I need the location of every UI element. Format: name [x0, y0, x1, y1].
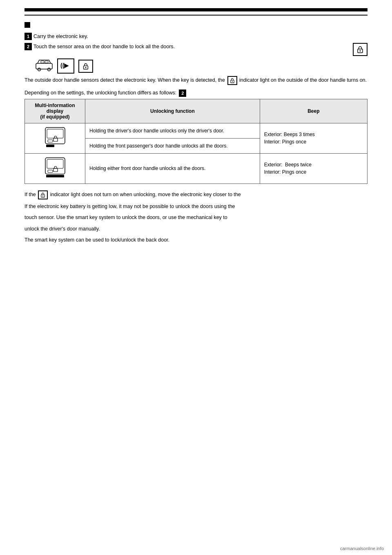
icons-row: ((▶	[35, 58, 368, 74]
svg-point-1	[360, 50, 361, 51]
car-door-svg-2	[44, 157, 67, 178]
note-paragraph-1: If the indicator light does not turn on …	[24, 190, 368, 199]
car-icon	[35, 59, 53, 73]
step-1-row: 1 Carry the electronic key.	[24, 33, 368, 40]
step-2-text: Touch the sensor area on the door handle…	[33, 43, 345, 51]
step-1-badge: 1	[24, 33, 32, 40]
svg-rect-18	[47, 159, 63, 168]
svg-point-11	[232, 81, 232, 82]
table-cell-beep-2: Exterior: Beeps twiceInterior: Pings onc…	[260, 153, 367, 184]
step3-badge: 2	[179, 90, 186, 97]
step2-continued-text: The outside door handle sensors detect t…	[24, 76, 368, 85]
thin-line	[24, 15, 368, 16]
table-cell-beep-1: Exterior: Beeps 3 timesInterior: Pings o…	[260, 123, 367, 153]
note-paragraph-2c: unlock the driver's door manually.	[24, 225, 368, 233]
signal-icon: ((▶	[57, 58, 74, 74]
table-cell-icon-1	[25, 123, 85, 153]
svg-text:((▶: ((▶	[60, 62, 69, 69]
table-cell-icon-2	[25, 153, 85, 184]
svg-rect-13	[47, 129, 63, 138]
svg-rect-21	[46, 175, 64, 177]
svg-rect-14	[48, 140, 53, 142]
section-square	[24, 22, 30, 28]
table-cell-func-1b: Holding the front passenger's door handl…	[85, 138, 260, 153]
col-header-display: Multi-informationdisplay(if equipped)	[25, 99, 85, 123]
col-header-beep: Beep	[260, 99, 367, 123]
top-black-bar	[24, 8, 368, 11]
section-header	[24, 22, 368, 28]
svg-rect-5	[41, 61, 44, 63]
car-door-svg-1	[44, 127, 67, 148]
svg-rect-16	[46, 145, 54, 147]
note-paragraph-3: The smart key system can be used to lock…	[24, 236, 368, 244]
svg-point-3	[38, 68, 41, 71]
col-header-function: Unlocking function	[85, 99, 260, 123]
svg-rect-15	[53, 138, 58, 141]
unlock-table: Multi-informationdisplay(if equipped) Un…	[24, 99, 368, 184]
svg-point-4	[48, 68, 51, 71]
step3-intro-text: Depending on the settings, the unlocking…	[24, 89, 176, 97]
lock-svg	[356, 45, 364, 54]
table-row: Holding the driver's door handle unlocks…	[25, 123, 368, 138]
svg-point-23	[42, 195, 43, 196]
table-header-row: Multi-informationdisplay(if equipped) Un…	[25, 99, 368, 123]
svg-rect-19	[48, 170, 53, 172]
bottom-logo: carmanualsonline.info	[340, 546, 384, 551]
step-1-text: Carry the electronic key.	[33, 33, 368, 40]
page-container: 1 Carry the electronic key. 2 Touch the …	[0, 0, 392, 555]
lock-inline-icon	[227, 76, 237, 85]
svg-rect-20	[53, 168, 58, 172]
table-row: Holding either front door handle unlocks…	[25, 153, 368, 184]
table-cell-func-1a: Holding the driver's door handle unlocks…	[85, 123, 260, 138]
step-2-row: 2 Touch the sensor area on the door hand…	[24, 43, 368, 56]
lock-indicator-icon	[353, 43, 368, 56]
note-paragraph-2: If the electronic key battery is getting…	[24, 203, 368, 210]
note-paragraph-2b: touch sensor. Use the smart key system t…	[24, 214, 368, 222]
svg-rect-6	[45, 61, 48, 63]
note-lock-icon	[38, 190, 48, 199]
table-cell-func-2: Holding either front door handle unlocks…	[85, 153, 260, 184]
lock-small-icon	[78, 60, 93, 73]
svg-point-9	[85, 67, 87, 68]
step3-badge-row: Depending on the settings, the unlocking…	[24, 89, 368, 97]
step-2-badge: 2	[24, 43, 32, 50]
